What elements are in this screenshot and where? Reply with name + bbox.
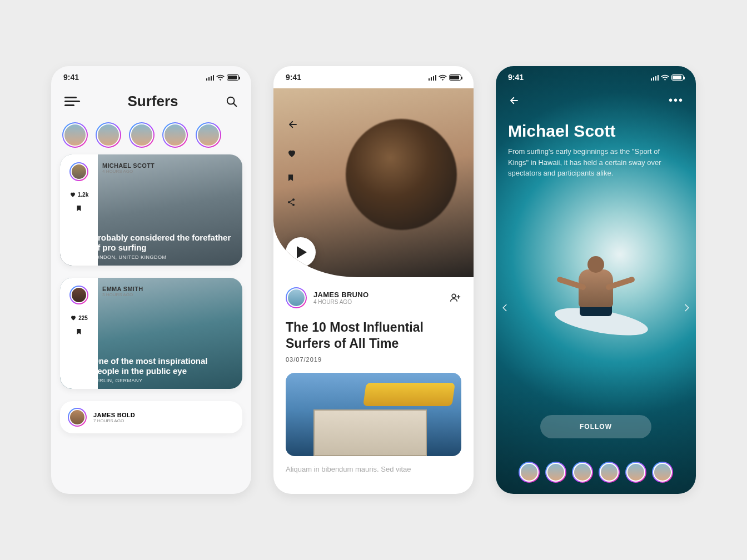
svg-line-6 — [290, 203, 293, 204]
svg-point-7 — [452, 294, 456, 298]
card-author-meta: JAMES BOLD 7 HOURS AGO — [93, 412, 135, 423]
author-avatar[interactable] — [69, 286, 88, 304]
story-item[interactable] — [196, 122, 221, 148]
like-count[interactable]: 1.2k — [69, 191, 88, 198]
status-bar: 9:41 — [496, 66, 696, 88]
status-bar: 9:41 — [273, 66, 474, 88]
story-item[interactable] — [129, 122, 155, 148]
hero-actions — [287, 119, 299, 207]
share-icon[interactable] — [287, 197, 296, 207]
profile-name: Michael Scott — [508, 122, 684, 141]
hero-illustration — [560, 238, 632, 338]
story-item[interactable] — [545, 462, 566, 483]
bookmark-icon[interactable] — [76, 328, 82, 336]
back-icon[interactable] — [508, 96, 520, 106]
battery-icon — [449, 74, 461, 81]
back-icon[interactable] — [287, 119, 299, 129]
heart-icon — [70, 314, 77, 321]
svg-point-2 — [292, 198, 295, 201]
wifi-icon — [216, 74, 225, 81]
profile-nav: ••• — [508, 94, 684, 107]
story-item[interactable] — [519, 462, 540, 483]
card-overlay: One of the most inspirational people in … — [92, 356, 236, 384]
heart-icon — [69, 191, 76, 198]
next-icon[interactable] — [681, 299, 691, 316]
bookmark-icon[interactable] — [76, 204, 82, 212]
status-time: 9:41 — [63, 73, 79, 82]
feed-card-compact[interactable]: JAMES BOLD 7 HOURS AGO — [60, 401, 242, 433]
page-title: Surfers — [127, 93, 178, 110]
card-overlay: Probably considered the forefather of pr… — [92, 233, 236, 261]
story-item[interactable] — [625, 462, 646, 483]
signal-icon — [429, 74, 437, 81]
article-hero — [273, 88, 474, 277]
play-button[interactable] — [286, 237, 316, 267]
profile-hero: 9:41 ••• Michael Scott From surfing's ea… — [496, 66, 696, 494]
feed: 1.2k MICHAEL SCOTT 4 HOURS AGO Probably … — [51, 152, 251, 436]
battery-icon — [227, 74, 239, 81]
article-screen: 9:41 JAMES BRUNO 4 HOURS AGO T — [273, 66, 474, 494]
author-avatar[interactable] — [68, 408, 87, 427]
status-bar: 9:41 — [51, 66, 251, 88]
status-icons — [651, 74, 684, 81]
feed-card[interactable]: 225 EMMA SMITH 3 HOURS AGO One of the mo… — [60, 278, 242, 389]
add-user-icon[interactable] — [449, 292, 461, 303]
author-avatar[interactable] — [69, 162, 88, 181]
card-actions: 225 — [60, 278, 98, 389]
card-author-meta: EMMA SMITH 3 HOURS AGO — [102, 286, 143, 297]
profile-desc: From surfing's early beginnings as the "… — [508, 146, 675, 179]
article-image[interactable] — [286, 373, 461, 456]
wifi-icon — [661, 74, 669, 81]
card-actions: 1.2k — [60, 154, 98, 266]
status-time: 9:41 — [286, 73, 301, 82]
stories-row — [51, 112, 251, 152]
battery-icon — [671, 74, 684, 81]
heart-icon[interactable] — [287, 148, 297, 158]
article-date: 03/07/2019 — [286, 356, 461, 363]
signal-icon — [651, 74, 659, 81]
feed-card[interactable]: 1.2k MICHAEL SCOTT 4 HOURS AGO Probably … — [60, 154, 242, 266]
svg-point-3 — [288, 201, 290, 203]
article-text: Aliquam in bibendum mauris. Sed vitae — [286, 465, 461, 473]
like-count[interactable]: 225 — [70, 314, 88, 321]
wifi-icon — [439, 74, 447, 81]
search-icon[interactable] — [226, 96, 238, 108]
bookmark-icon[interactable] — [287, 173, 295, 183]
story-item[interactable] — [652, 462, 673, 483]
signal-icon — [206, 74, 215, 81]
story-item[interactable] — [572, 462, 593, 483]
card-author-meta: MICHAEL SCOTT 4 HOURS AGO — [102, 162, 155, 174]
prev-icon[interactable] — [500, 299, 510, 316]
story-item[interactable] — [96, 122, 121, 148]
article-title: The 10 Most Influential Surfers of All T… — [286, 319, 461, 352]
profile-screen: 9:41 ••• Michael Scott From surfing's ea… — [496, 66, 696, 494]
author-avatar[interactable] — [286, 287, 307, 308]
author-row: JAMES BRUNO 4 HOURS AGO — [286, 287, 461, 308]
story-item[interactable] — [599, 462, 620, 483]
more-icon[interactable]: ••• — [669, 94, 684, 107]
profile-stories — [496, 462, 696, 483]
status-icons — [206, 74, 240, 81]
story-item[interactable] — [62, 122, 88, 148]
profile-header: Michael Scott From surfing's early begin… — [508, 122, 684, 179]
svg-point-4 — [292, 204, 295, 206]
svg-line-1 — [233, 103, 236, 106]
status-icons — [429, 74, 462, 81]
follow-button[interactable]: FOLLOW — [540, 415, 651, 438]
article-body: JAMES BRUNO 4 HOURS AGO The 10 Most Infl… — [273, 277, 474, 479]
menu-icon[interactable] — [64, 97, 80, 106]
story-item[interactable] — [162, 122, 188, 148]
svg-line-5 — [290, 200, 293, 202]
status-time: 9:41 — [508, 73, 524, 82]
top-nav: Surfers — [51, 88, 251, 112]
feed-screen: 9:41 Surfers 1.2k — [51, 66, 251, 494]
